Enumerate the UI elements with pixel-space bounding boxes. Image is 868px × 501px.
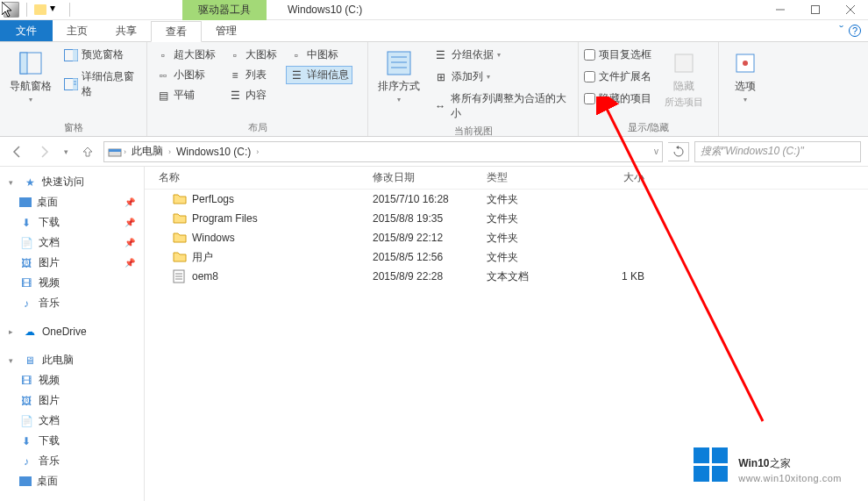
chevron-right-icon[interactable]: › <box>124 147 126 156</box>
breadcrumb-drive[interactable]: Windows10 (C:) <box>173 146 254 158</box>
group-show-hide: 项目复选框 文件扩展名 隐藏的项目 隐藏 所选项目 显示/隐藏 <box>579 42 719 136</box>
tab-file[interactable]: 文件 <box>0 20 53 41</box>
address-dropdown[interactable]: v <box>654 147 658 156</box>
back-button[interactable] <box>7 141 28 162</box>
tab-view[interactable]: 查看 <box>151 21 202 42</box>
tree-thispc[interactable]: ▾🖥此电脑 <box>0 350 144 370</box>
qat-item[interactable] <box>34 4 46 15</box>
tree-downloads[interactable]: ⬇下载📌 <box>0 212 144 233</box>
watermark: Win10之家 www.win10xitong.com <box>694 446 842 483</box>
sort-by-button[interactable]: 排序方式 ▾ <box>374 46 425 107</box>
group-by-button[interactable]: ☰分组依据 ▾ <box>430 46 573 64</box>
titlebar: ▾ 驱动器工具 Windows10 (C:) <box>0 0 868 20</box>
minimize-button[interactable] <box>763 0 798 20</box>
pc-icon: 🖥 <box>23 354 37 368</box>
search-input[interactable]: 搜索"Windows10 (C:)" <box>694 141 861 162</box>
options-button[interactable]: 选项 ▾ <box>724 46 766 107</box>
add-columns-button[interactable]: ⊞添加列 ▾ <box>430 68 573 86</box>
layout-small[interactable]: ▫▫小图标 <box>153 66 219 84</box>
tree-pictures[interactable]: 🖼图片📌 <box>0 253 144 273</box>
tree-videos[interactable]: 🎞视频 <box>0 273 144 293</box>
group-layout-label: 布局 <box>153 119 362 136</box>
tree-onedrive[interactable]: ▸☁OneDrive <box>0 322 144 341</box>
pin-icon: 📌 <box>125 258 140 268</box>
qat-item[interactable]: ▾ <box>50 2 62 18</box>
svg-rect-1 <box>812 6 820 14</box>
layout-large[interactable]: ▫大图标 <box>224 46 281 64</box>
col-size[interactable]: 大小 <box>583 170 662 185</box>
layout-medium[interactable]: ▫中图标 <box>286 46 352 64</box>
layout-extralarge[interactable]: ▫超大图标 <box>153 46 219 64</box>
drive-icon <box>108 146 122 158</box>
tab-share[interactable]: 共享 <box>102 20 151 41</box>
context-tab[interactable]: 驱动器工具 <box>182 0 267 20</box>
group-showhide-label: 显示/隐藏 <box>584 119 713 136</box>
tree-documents[interactable]: 📄文档📌 <box>0 233 144 253</box>
file-row[interactable]: Program Files2015/8/8 19:35文件夹 <box>145 209 868 228</box>
tab-home[interactable]: 主页 <box>53 20 102 41</box>
preview-pane-button[interactable]: 预览窗格 <box>60 46 141 64</box>
checkbox-hidden-items[interactable]: 隐藏的项目 <box>584 89 651 108</box>
up-button[interactable] <box>77 141 98 162</box>
close-button[interactable] <box>833 0 868 20</box>
tree-quick-access[interactable]: ▾★快速访问 <box>0 172 144 192</box>
forward-button[interactable] <box>33 141 54 162</box>
col-date[interactable]: 修改日期 <box>373 170 487 185</box>
breadcrumb-thispc[interactable]: 此电脑 <box>128 144 167 159</box>
cursor-icon <box>2 2 16 19</box>
tree-pc-documents[interactable]: 📄文档 <box>0 411 144 431</box>
tree-pc-pictures[interactable]: 🖼图片 <box>0 390 144 411</box>
checkbox-item-checkboxes[interactable]: 项目复选框 <box>584 46 651 64</box>
tree-desktop[interactable]: 桌面📌 <box>0 192 144 212</box>
tree-pc-videos[interactable]: 🎞视频 <box>0 370 144 390</box>
file-row[interactable]: PerfLogs2015/7/10 16:28文件夹 <box>145 190 868 209</box>
ribbon-expand-button[interactable]: ˇ ? <box>832 20 868 41</box>
layout-list[interactable]: ≡列表 <box>224 66 281 84</box>
col-type[interactable]: 类型 <box>487 170 583 185</box>
file-row[interactable]: oem82015/8/9 22:28文本文档1 KB <box>145 267 868 286</box>
svg-rect-20 <box>109 149 121 152</box>
group-layout: ▫超大图标 ▫▫小图标 ▤平铺 ▫大图标 ≡列表 ☰内容 ▫中图标 ☰详细信息 … <box>147 42 368 136</box>
address-bar[interactable]: › 此电脑 › Windows10 (C:) › v <box>103 141 663 162</box>
folder-icon <box>173 192 187 206</box>
file-name: Windows <box>192 232 235 244</box>
tab-manage[interactable]: 管理 <box>202 20 251 41</box>
group-options: 选项 ▾ <box>719 42 772 136</box>
hide-selected-button[interactable]: 隐藏 所选项目 <box>657 46 711 112</box>
folder-icon <box>173 211 187 225</box>
svg-rect-12 <box>388 52 410 75</box>
file-type: 文本文档 <box>487 269 583 284</box>
nav-pane-button[interactable]: 导航窗格 ▾ <box>5 46 55 107</box>
file-row[interactable]: 用户2015/8/5 12:56文件夹 <box>145 247 868 267</box>
file-date: 2015/8/9 22:28 <box>373 270 487 283</box>
group-panes-label: 窗格 <box>5 119 141 136</box>
layout-details[interactable]: ☰详细信息 <box>286 66 352 84</box>
file-row[interactable]: Windows2015/8/9 22:12文件夹 <box>145 228 868 247</box>
details-pane-button[interactable]: 详细信息窗格 <box>60 68 141 101</box>
size-all-button[interactable]: ↔将所有列调整为合适的大小 <box>430 89 573 123</box>
pictures-icon: 🖼 <box>19 256 33 270</box>
chevron-right-icon[interactable]: › <box>168 147 171 156</box>
tree-pc-desktop[interactable]: 桌面 <box>0 471 144 491</box>
ribbon: 导航窗格 ▾ 预览窗格 详细信息窗格 窗格 ▫超大图标 ▫▫小图标 ▤平铺 ▫大… <box>0 42 868 137</box>
window-title: Windows10 (C:) <box>267 4 383 16</box>
file-name: PerfLogs <box>192 193 234 205</box>
checkbox-file-extensions[interactable]: 文件扩展名 <box>584 68 651 86</box>
tree-pc-downloads[interactable]: ⬇下载 <box>0 431 144 451</box>
maximize-button[interactable] <box>798 0 833 20</box>
layout-tiles[interactable]: ▤平铺 <box>153 86 219 104</box>
recent-button[interactable]: ▾ <box>60 141 72 162</box>
layout-content[interactable]: ☰内容 <box>224 86 281 104</box>
svg-rect-5 <box>20 53 27 74</box>
chevron-right-icon[interactable]: › <box>256 147 259 156</box>
file-name: oem8 <box>192 270 218 283</box>
col-name[interactable]: 名称 <box>145 170 373 185</box>
file-date: 2015/8/8 19:35 <box>373 212 487 225</box>
tree-music[interactable]: ♪音乐 <box>0 293 144 313</box>
folder-icon <box>173 231 187 245</box>
column-headers: 名称 修改日期 类型 大小 <box>145 167 868 190</box>
tree-pc-music[interactable]: ♪音乐 <box>0 451 144 471</box>
file-name: 用户 <box>192 250 213 265</box>
navigation-pane[interactable]: ▾★快速访问 桌面📌 ⬇下载📌 📄文档📌 🖼图片📌 🎞视频 ♪音乐 ▸☁OneD… <box>0 167 145 501</box>
refresh-button[interactable] <box>668 142 689 161</box>
